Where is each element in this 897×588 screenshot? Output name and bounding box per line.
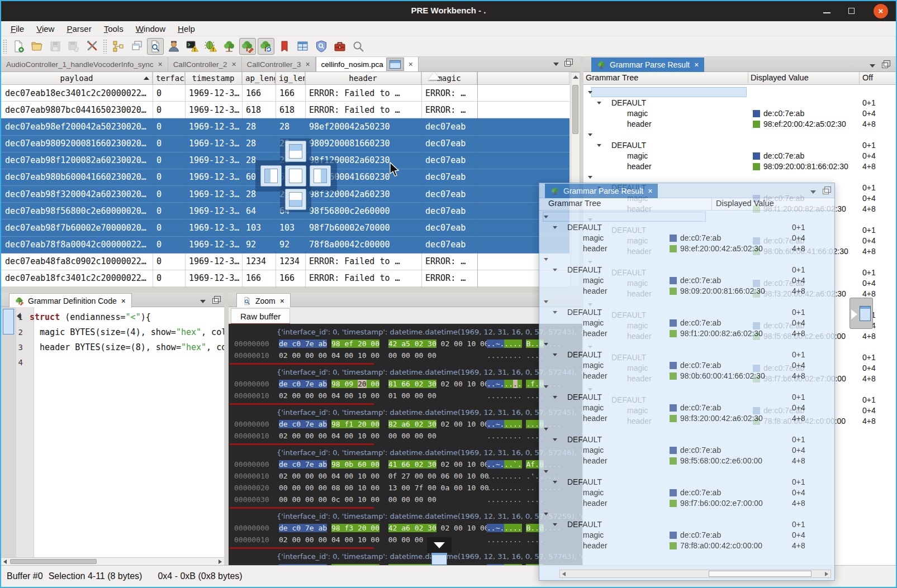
- panel-detach-icon[interactable]: [882, 63, 888, 68]
- hex-row[interactable]: 00000000de c0 7e ab 98 0b 60 00 41 66 02…: [229, 458, 582, 470]
- column-header-offset[interactable]: Off: [862, 73, 873, 82]
- panel-menu-icon[interactable]: [870, 64, 875, 68]
- table-row[interactable]: dec07eab98f1200082a60230020…01969-12-3…2…: [1, 152, 569, 169]
- open-folder-icon[interactable]: [29, 38, 45, 55]
- tab-close-icon[interactable]: ×: [158, 60, 162, 69]
- table-row[interactable]: dec07eab98f7b60002e70000020…01969-12-3…1…: [1, 219, 569, 236]
- code-editor[interactable]: 1struct (endianness="<"){2 magic BYTES(s…: [16, 309, 224, 557]
- tree-field-row-header[interactable]: header98:ef:20:00:42:a5:02:304+8: [539, 243, 834, 254]
- hex-row[interactable]: 0000001002 00 00 00 04 00 10 00 01 00 00…: [229, 390, 582, 401]
- tree-node-row[interactable]: DEFAULT0+1: [539, 307, 834, 318]
- column-header-displayed-value[interactable]: Displayed Value: [751, 73, 809, 82]
- scroll-thumb[interactable]: [572, 85, 578, 134]
- toolbox-icon[interactable]: [331, 38, 348, 55]
- tree-field-row-header[interactable]: header98:09:20:00:81:66:02:304+8: [583, 161, 896, 172]
- tree-field-row-header[interactable]: header98:f5:68:00:c2:e6:00:004+8: [539, 456, 834, 466]
- search-icon[interactable]: [350, 38, 367, 55]
- scroll-thumb[interactable]: [709, 571, 811, 577]
- tree-root-row[interactable]: [583, 130, 896, 140]
- table-row[interactable]: dec07eab9807bc0441650230020…01969-12-3…6…: [1, 102, 569, 118]
- tab-list-dropdown-icon[interactable]: [553, 63, 559, 66]
- save-icon[interactable]: [47, 38, 64, 55]
- tree-field-row-header[interactable]: header98:0b:60:00:41:66:02:304+8: [539, 371, 834, 381]
- tab-cellinfo_nosim.pca[interactable]: cellinfo_nosim.pca×: [316, 57, 419, 71]
- tree-field-row-header[interactable]: header98:f1:20:00:82:a6:02:304+8: [539, 328, 834, 339]
- column-header-grammar-tree[interactable]: Grammar Tree: [548, 199, 601, 208]
- tree-field-row-magic[interactable]: magicde:c0:7e:ab0+4: [583, 151, 896, 161]
- table-row[interactable]: dec07eab98ef200042a50230020…01969-12-3…2…: [1, 118, 569, 135]
- tree-root-row[interactable]: [539, 297, 834, 307]
- code-line[interactable]: 4: [16, 355, 224, 370]
- tree-root-row[interactable]: [539, 381, 834, 392]
- tree-field-row-magic[interactable]: magicde:c0:7e:ab0+4: [539, 318, 834, 328]
- tree-field-row-header[interactable]: header98:f3:20:00:42:a6:02:304+8: [539, 413, 834, 424]
- scroll-left-icon[interactable]: [3, 560, 7, 564]
- tree-node-row[interactable]: DEFAULT0+1: [583, 98, 896, 108]
- tree-field-row-magic[interactable]: magicde:c0:7e:ab0+4: [539, 487, 834, 498]
- hex-row[interactable]: 0000002000 00 00 00 08 00 10 00 13 00 7f…: [229, 482, 582, 494]
- tree-field-row-magic[interactable]: magicde:c0:7e:ab0+4: [583, 108, 896, 119]
- tree-node-row[interactable]: DEFAULT0+1: [539, 265, 834, 275]
- code-line[interactable]: 2 magic BYTES(size=(4), show="hex", colo…: [16, 324, 224, 340]
- column-header-header[interactable]: header: [305, 72, 421, 85]
- tab-raw-buffer[interactable]: Raw buffer: [231, 308, 290, 324]
- panel-close-icon[interactable]: ×: [280, 297, 284, 305]
- floating-grammar-parse-result-window[interactable]: Grammar Parse Result × Grammar Tree Disp…: [539, 183, 835, 581]
- code-line[interactable]: 1struct (endianness="<"){: [16, 309, 224, 324]
- settings-tools-icon[interactable]: [84, 38, 101, 55]
- tree-field-row-magic[interactable]: magicde:c0:7e:ab0+4: [539, 360, 834, 371]
- menu-view[interactable]: View: [30, 22, 60, 35]
- column-header-terface_[interactable]: terface_: [153, 72, 185, 85]
- tree-root-row[interactable]: [539, 466, 834, 477]
- hex-dump-view[interactable]: {'interface_id': 0, 'timestamp': datetim…: [229, 324, 582, 565]
- tree-node-row[interactable]: DEFAULT0+1: [539, 434, 834, 445]
- table-row[interactable]: dec07eab9809200081660230020…01969-12-3…2…: [1, 136, 569, 152]
- scroll-hint-down-icon[interactable]: [427, 537, 452, 553]
- code-line[interactable]: 3 header BYTES(size=(8), show="hex", col…: [16, 340, 224, 355]
- tree-node-row[interactable]: DEFAULT0+1: [539, 477, 834, 487]
- save-as-icon[interactable]: [65, 38, 82, 55]
- panel-detach-icon[interactable]: [823, 189, 829, 194]
- scroll-left-icon[interactable]: [562, 572, 566, 576]
- tree-node-row[interactable]: DEFAULT0+1: [539, 222, 834, 233]
- tree-root-row[interactable]: [539, 424, 834, 434]
- menu-window[interactable]: Window: [130, 22, 172, 35]
- minimize-button[interactable]: [820, 4, 834, 18]
- table-row[interactable]: dec07eab78f8a00042c00000022…01969-12-3…9…: [1, 237, 569, 254]
- tab-CallController_3[interactable]: CallController_3×: [242, 57, 316, 71]
- table-row[interactable]: dec07eab980b600041660230020…01969-12-3…6…: [1, 169, 569, 186]
- hex-row[interactable]: 0000001002 00 00 00 04 00 10 00 0f 27 00…: [229, 470, 582, 482]
- grammar-tree[interactable]: DEFAULT0+1magicde:c0:7e:ab0+4header98:ef…: [539, 211, 834, 568]
- tab-close-icon[interactable]: ×: [231, 60, 236, 69]
- column-header-timestamp[interactable]: timestamp: [185, 72, 242, 85]
- tree-field-row-magic[interactable]: magicde:c0:7e:ab0+4: [539, 275, 834, 286]
- column-header-ap_lengt[interactable]: ap_lengt: [242, 72, 276, 85]
- column-header-displayed-value[interactable]: Displayed Value: [716, 199, 774, 208]
- tree-field-row-header[interactable]: header98:f7:b6:00:02:e7:00:004+8: [539, 498, 834, 509]
- column-header-payload[interactable]: payload: [1, 72, 153, 85]
- menu-file[interactable]: File: [4, 22, 30, 35]
- tab-grammar-definition-code[interactable]: Grammar Definition Code ×: [9, 293, 132, 308]
- tree-root-row[interactable]: [583, 87, 896, 98]
- cascade-windows-icon[interactable]: [129, 38, 145, 55]
- panel-close-icon[interactable]: ×: [694, 60, 699, 69]
- scroll-right-icon[interactable]: [825, 572, 828, 576]
- vertical-splitter[interactable]: [224, 293, 229, 565]
- tree-root-row[interactable]: [539, 339, 834, 350]
- hex-row[interactable]: 0000001002 00 00 00 04 00 10 00 00 00 00…: [229, 534, 582, 546]
- tab-close-icon[interactable]: ×: [409, 60, 413, 69]
- tree-edit-icon[interactable]: [239, 38, 256, 55]
- panel-menu-icon[interactable]: [810, 190, 816, 194]
- floating-horizontal-scrollbar[interactable]: [559, 570, 831, 578]
- tree-node-row[interactable]: DEFAULT0+1: [583, 140, 896, 151]
- tree-field-row-header[interactable]: header78:f8:a0:00:42:c0:00:004+8: [539, 541, 834, 551]
- tree-icon[interactable]: [221, 38, 238, 55]
- tab-CallController_2[interactable]: CallController_2×: [168, 57, 242, 71]
- hex-row[interactable]: 00000000de c0 7e ab 98 ef 20 00 42 a5 02…: [229, 338, 582, 350]
- hex-row[interactable]: 00000000de c0 7e ab 98 f3 20 00 42 a6 02…: [229, 522, 582, 534]
- tree-node-row[interactable]: DEFAULT0+1: [539, 392, 834, 403]
- tree-refresh-icon[interactable]: [258, 38, 274, 55]
- tree-field-row-header[interactable]: header98:09:20:00:81:66:02:304+8: [539, 286, 834, 297]
- menu-help[interactable]: Help: [172, 22, 201, 35]
- table-row[interactable]: dec07eab98f56800c2e60000020…01969-12-3…6…: [1, 203, 569, 219]
